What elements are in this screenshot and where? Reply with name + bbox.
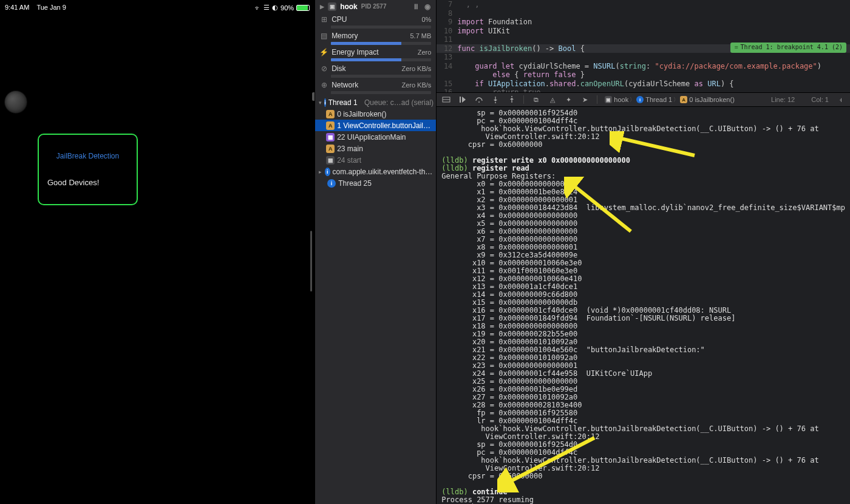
panel-resize-handle[interactable] [312,92,314,101]
jailbreak-card: JailBreak Detection Good Devices! [38,134,138,205]
svg-point-7 [495,102,496,103]
stack-frame-0[interactable]: A0 isJailbroken() [315,108,436,120]
thread-eventfetch-row[interactable]: ▸icom.apple.uikit.eventfetch-th… [315,166,436,177]
energy-bar [331,58,431,61]
location-icon[interactable]: ➤ [580,95,590,104]
svg-marker-6 [494,100,497,101]
editor-panel: 7 , , 8 9import Foundation 10import UIKi… [437,0,850,504]
status-date: Tue Jan 9 [36,4,66,11]
disk-bar [331,75,431,78]
network-bar [331,91,431,94]
svg-marker-9 [510,98,514,100]
energy-row[interactable]: ⚡Energy ImpactZero [315,46,436,58]
framework-icon: ▦ [326,133,335,141]
process-header[interactable]: ▶ ▣ hook PID 2577 ⏸ ◉ [315,0,436,13]
lldb-console[interactable]: sp = 0x000000016f9254d0 pc = 0x000000010… [437,107,850,504]
jailbreak-status: Good Devices! [47,178,128,187]
wifi-icon: ᯤ [254,4,261,12]
function-icon: A [680,96,687,103]
step-out-icon[interactable] [507,95,516,104]
memory-graph-icon[interactable]: ◬ [548,95,557,104]
memory-bar [331,42,431,45]
thread-icon: i [325,168,330,176]
svg-point-10 [511,96,512,97]
debug-view-icon[interactable]: ⧉ [531,95,540,104]
debug-toolbar: ⧉ ◬ ✦ ➤ ▣hook 〉 iThread 1 〉 A0 isJailbro… [437,92,850,107]
step-into-icon[interactable] [491,95,500,104]
battery-pct: 90% [280,4,294,12]
thread-icon: i [324,98,326,107]
jailbreak-title[interactable]: JailBreak Detection [47,152,128,160]
cursor-line: Line: 12 [771,96,795,103]
thread-25-row[interactable]: iThread 25 [315,177,436,189]
cpu-icon: ⊞ [320,15,328,23]
step-over-icon[interactable] [474,95,483,104]
stack-frame-1[interactable]: A1 ViewController.buttonJail… [315,120,436,131]
disk-icon: ⊘ [320,64,328,72]
app-icon: ▣ [328,2,336,11]
function-icon: A [326,145,335,153]
memory-row[interactable]: ▤Memory5.7 MB [315,29,436,42]
thread-icon: i [636,96,644,103]
continue-icon[interactable] [458,95,467,104]
simulator-panel: 9:41 AM Tue Jan 9 ᯤ ☰ ◐ 90% JailBreak De… [0,0,314,504]
function-icon: A [326,110,335,118]
stack-frame-23[interactable]: A23 main [315,143,436,154]
disk-row[interactable]: ⊘DiskZero KB/s [315,62,436,75]
network-icon: ⊕ [320,81,328,89]
env-override-icon[interactable]: ✦ [564,95,573,104]
moon-icon: ◐ [272,4,278,12]
network-icon: ☰ [264,4,270,12]
pause-icon[interactable]: ⏸ [412,2,420,10]
process-pid: PID 2577 [361,3,387,10]
network-row[interactable]: ⊕NetworkZero KB/s [315,78,436,91]
cursor-col: Col: 1 [811,96,829,103]
svg-marker-3 [462,97,466,103]
stack-frame-24[interactable]: ▦24 start [315,154,436,166]
debug-navigator: ▶ ▣ hook PID 2577 ⏸ ◉ ⊞CPU0% ▤Memory5.7 … [314,0,437,504]
code-editor[interactable]: 7 , , 8 9import Foundation 10import UIKi… [437,0,850,92]
assistive-touch-button[interactable] [5,91,27,113]
split-icon[interactable]: ⫞ [836,95,845,104]
debug-breadcrumb[interactable]: ▣hook 〉 iThread 1 〉 A0 isJailbroken() [605,96,764,104]
cpu-bar [331,26,431,29]
ios-status-bar: 9:41 AM Tue Jan 9 ᯤ ☰ ◐ 90% [5,4,310,12]
svg-line-12 [616,137,695,155]
scrollbar[interactable] [310,231,312,291]
battery-icon [296,5,310,11]
thread-icon: i [327,179,336,188]
toggle-debug-icon[interactable] [441,95,450,104]
stack-frame-22[interactable]: ▦22 UIApplicationMain [315,131,436,143]
app-icon: ▣ [605,96,612,103]
svg-point-4 [478,101,480,103]
memory-icon: ▤ [320,32,328,39]
function-icon: A [326,121,335,130]
svg-rect-2 [460,97,461,103]
status-time: 9:41 AM [5,4,29,11]
eye-icon[interactable]: ◉ [423,2,431,10]
thread-1-row[interactable]: ▾ i Thread 1 Queue: c…ad (serial) [315,97,436,108]
process-name: hook [340,2,358,11]
energy-icon: ⚡ [320,48,328,56]
cpu-row[interactable]: ⊞CPU0% [315,13,436,26]
breakpoint-badge[interactable]: ≡Thread 1: breakpoint 4.1 (2) [730,43,846,53]
asm-icon: ▦ [326,156,335,165]
